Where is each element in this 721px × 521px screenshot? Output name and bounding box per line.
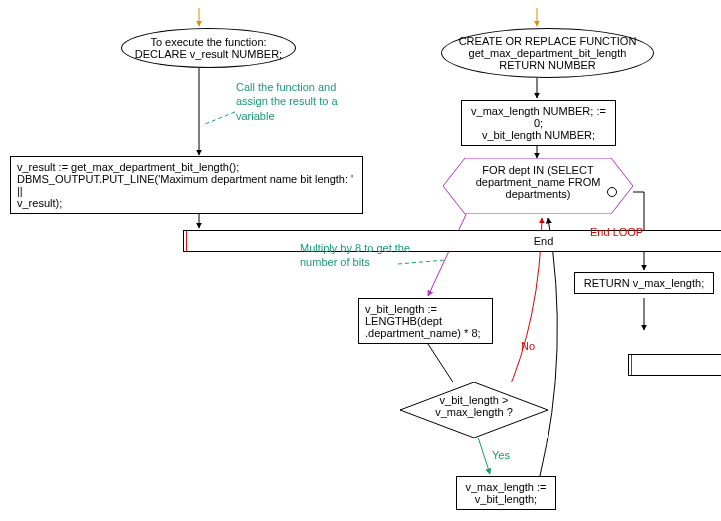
- return-rect: RETURN v_max_length;: [574, 272, 714, 294]
- declare-rect: v_max_length NUMBER; := 0; v_bit_length …: [461, 100, 616, 146]
- right-start-text: CREATE OR REPLACE FUNCTION get_max_depar…: [459, 35, 637, 71]
- decision-text: v_bit_length > v_max_length ?: [418, 394, 530, 426]
- loop-exit-marker: [607, 187, 617, 197]
- assign-rect: v_max_length := v_bit_length;: [456, 476, 556, 510]
- svg-line-3: [205, 112, 235, 124]
- right-start-ellipse: CREATE OR REPLACE FUNCTION get_max_depar…: [441, 28, 654, 78]
- calc-rect: v_bit_length := LENGTHB(dept .department…: [358, 298, 493, 344]
- for-loop-text: FOR dept IN (SELECT department_name FROM…: [461, 164, 615, 208]
- right-end-box: End: [628, 354, 721, 376]
- for-loop-hexagon: FOR dept IN (SELECT department_name FROM…: [443, 158, 633, 214]
- left-start-text: To execute the function: DECLARE v_resul…: [135, 36, 282, 60]
- left-start-ellipse: To execute the function: DECLARE v_resul…: [121, 28, 296, 68]
- left-end-text: End: [534, 235, 554, 247]
- comment-call-function: Call the function and assign the result …: [236, 80, 376, 123]
- end-loop-label: End LOOP: [590, 226, 643, 238]
- left-body-rect: v_result := get_max_department_bit_lengt…: [10, 156, 363, 214]
- svg-line-10: [478, 437, 490, 474]
- comment-multiply: Multiply by 8 to get the number of bits: [300, 241, 440, 270]
- yes-label: Yes: [492, 449, 510, 461]
- decision-diamond: v_bit_length > v_max_length ?: [400, 382, 548, 438]
- no-label: No: [521, 340, 535, 352]
